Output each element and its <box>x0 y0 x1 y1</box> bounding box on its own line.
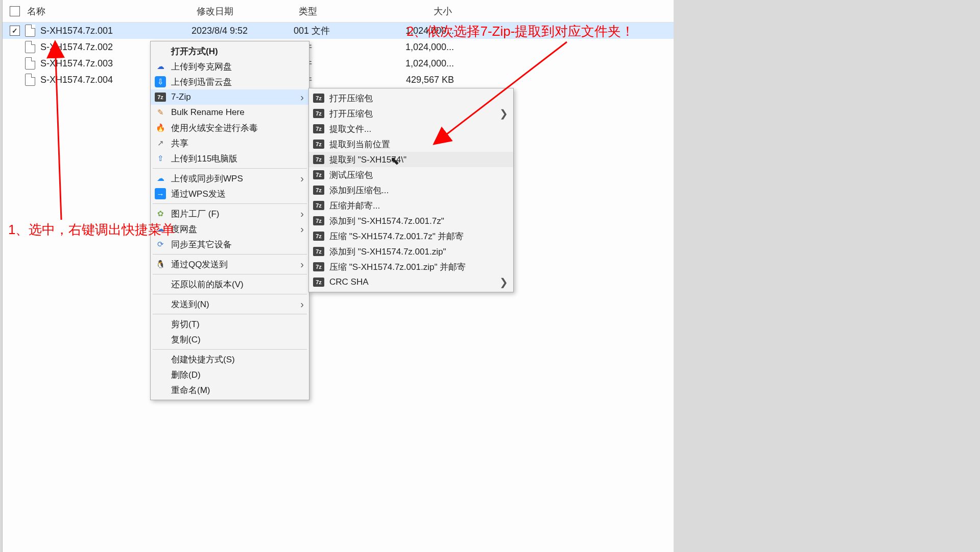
menu-label: 删除(D) <box>171 369 201 381</box>
menu-separator <box>153 349 307 350</box>
menu-label: 上传到115电脑版 <box>171 153 237 165</box>
7zip-icon: 7z <box>313 261 324 272</box>
file-size: 1,024,000... <box>375 42 457 53</box>
file-icon <box>25 74 35 86</box>
annotation-step2: 2、依次选择7-Zip-提取到对应文件夹！ <box>407 22 634 40</box>
7zip-icon: 7z <box>155 91 166 103</box>
7zip-icon: 7z <box>313 246 324 257</box>
submenu-extract-to-folder[interactable]: 7z 提取到 "S-XH1574\" <box>309 152 513 167</box>
file-size: 1,024,000... <box>375 58 457 69</box>
menu-label: 通过WPS发送 <box>171 188 226 200</box>
chevron-right-icon <box>300 208 304 220</box>
menu-separator <box>153 203 307 204</box>
submenu-open-archive[interactable]: 7z 打开压缩包 <box>309 90 513 106</box>
submenu-add-to-zip[interactable]: 7z 添加到 "S-XH1574.7z.001.zip" <box>309 244 513 259</box>
submenu-open-archive-2[interactable]: 7z 打开压缩包 <box>309 106 513 121</box>
gear-icon: ✿ <box>155 208 166 219</box>
menu-delete[interactable]: 删除(D) <box>151 367 309 382</box>
submenu-crc-sha[interactable]: 7z CRC SHA <box>309 274 513 290</box>
menu-label: 共享 <box>171 137 188 149</box>
table-row[interactable]: S-XH1574.7z.002 文件 1,024,000... <box>3 39 674 55</box>
menu-label: 剪切(T) <box>171 318 200 330</box>
file-date: 2023/8/4 9:52 <box>192 26 294 36</box>
chevron-right-icon <box>300 91 304 103</box>
table-row[interactable]: S-XH1574.7z.003 文件 1,024,000... <box>3 55 674 72</box>
menu-label: 打开方式(H) <box>171 45 218 57</box>
menu-create-shortcut[interactable]: 创建快捷方式(S) <box>151 352 309 367</box>
menu-7zip[interactable]: 7z 7-Zip <box>151 89 309 105</box>
menu-label: 同步至其它设备 <box>171 239 232 250</box>
submenu-add-to-archive[interactable]: 7z 添加到压缩包... <box>309 182 513 198</box>
submenu-extract-here[interactable]: 7z 提取到当前位置 <box>309 136 513 152</box>
upload-icon: ⇧ <box>155 153 166 164</box>
submenu-add-to-7z[interactable]: 7z 添加到 "S-XH1574.7z.001.7z" <box>309 213 513 228</box>
row-checkbox[interactable] <box>10 26 20 36</box>
7zip-submenu: 7z 打开压缩包 7z 打开压缩包 7z 提取文件... 7z 提取到当前位置 … <box>308 88 514 292</box>
menu-separator <box>153 274 307 274</box>
file-name: S-XH1574.7z.001 <box>40 26 113 36</box>
menu-sync-devices[interactable]: ⟳ 同步至其它设备 <box>151 237 309 252</box>
qq-icon: 🐧 <box>155 259 166 270</box>
menu-wps-send[interactable]: → 通过WPS发送 <box>151 186 309 201</box>
menu-share[interactable]: ↗ 共享 <box>151 135 309 151</box>
menu-restore-version[interactable]: 还原以前的版本(V) <box>151 277 309 292</box>
menu-label: 重命名(M) <box>171 384 210 396</box>
file-name: S-XH1574.7z.002 <box>40 42 113 53</box>
menu-pic-factory[interactable]: ✿ 图片工厂 (F) <box>151 206 309 221</box>
7zip-icon: 7z <box>313 169 324 180</box>
submenu-compress-zip-email[interactable]: 7z 压缩 "S-XH1574.7z.001.zip" 并邮寄 <box>309 259 513 274</box>
file-icon <box>25 41 35 53</box>
header-name[interactable]: 名称 <box>3 5 192 17</box>
menu-label: 7-Zip <box>171 92 191 102</box>
menu-wps-upload[interactable]: ☁ 上传或同步到WPS <box>151 171 309 186</box>
menu-label: 添加到 "S-XH1574.7z.001.7z" <box>329 215 444 227</box>
select-all-checkbox[interactable] <box>10 6 20 16</box>
submenu-extract-files[interactable]: 7z 提取文件... <box>309 121 513 136</box>
menu-label: 发送到(N) <box>171 298 209 310</box>
chevron-right-icon <box>499 276 508 288</box>
share-icon: ↗ <box>155 137 166 149</box>
menu-label: 添加到 "S-XH1574.7z.001.zip" <box>329 246 446 258</box>
menu-upload-115[interactable]: ⇧ 上传到115电脑版 <box>151 151 309 166</box>
header-size[interactable]: 大小 <box>375 5 457 17</box>
file-icon <box>25 25 35 37</box>
file-name: S-XH1574.7z.004 <box>40 75 113 85</box>
menu-rename[interactable]: 重命名(M) <box>151 382 309 398</box>
menu-copy[interactable]: 复制(C) <box>151 332 309 347</box>
header-date[interactable]: 修改日期 <box>192 5 294 17</box>
7zip-icon: 7z <box>313 277 324 288</box>
menu-label: 上传到迅雷云盘 <box>171 76 232 88</box>
menu-label: 还原以前的版本(V) <box>171 279 244 290</box>
menu-quark-upload[interactable]: ☁ 上传到夸克网盘 <box>151 59 309 74</box>
menu-send-to[interactable]: 发送到(N) <box>151 296 309 312</box>
rename-icon: ✎ <box>155 107 166 118</box>
menu-label: 提取文件... <box>329 123 371 135</box>
menu-label: 压缩 "S-XH1574.7z.001.7z" 并邮寄 <box>329 231 464 242</box>
menu-label: 复制(C) <box>171 334 201 346</box>
menu-label: 上传或同步到WPS <box>171 173 243 185</box>
submenu-compress-email[interactable]: 7z 压缩并邮寄... <box>309 198 513 213</box>
menu-cut[interactable]: 剪切(T) <box>151 316 309 332</box>
menu-huorong-scan[interactable]: 🔥 使用火绒安全进行杀毒 <box>151 120 309 135</box>
menu-label: 通过QQ发送到 <box>171 259 228 270</box>
chevron-right-icon <box>300 298 304 310</box>
menu-label: 度网盘 <box>171 223 197 235</box>
file-icon <box>25 57 35 70</box>
wps-send-icon: → <box>155 188 166 199</box>
menu-label: 打开压缩包 <box>329 108 373 120</box>
menu-label: 添加到压缩包... <box>329 185 389 196</box>
wps-cloud-icon: ☁ <box>155 173 166 184</box>
cursor-icon: ⬉ <box>390 154 399 168</box>
table-row[interactable]: S-XH1574.7z.004 文件 429,567 KB <box>3 72 674 88</box>
menu-label: 创建快捷方式(S) <box>171 354 235 365</box>
menu-bulk-rename[interactable]: ✎ Bulk Rename Here <box>151 105 309 120</box>
menu-qq-send[interactable]: 🐧 通过QQ发送到 <box>151 257 309 272</box>
submenu-test-archive[interactable]: 7z 测试压缩包 <box>309 167 513 182</box>
menu-open-with[interactable]: 打开方式(H) <box>151 43 309 59</box>
chevron-right-icon <box>499 107 508 120</box>
menu-xunlei-upload[interactable]: ⇩ 上传到迅雷云盘 <box>151 74 309 89</box>
header-type[interactable]: 类型 <box>294 5 375 17</box>
7zip-icon: 7z <box>313 215 324 226</box>
submenu-compress-7z-email[interactable]: 7z 压缩 "S-XH1574.7z.001.7z" 并邮寄 <box>309 228 513 244</box>
7zip-icon: 7z <box>313 185 324 196</box>
